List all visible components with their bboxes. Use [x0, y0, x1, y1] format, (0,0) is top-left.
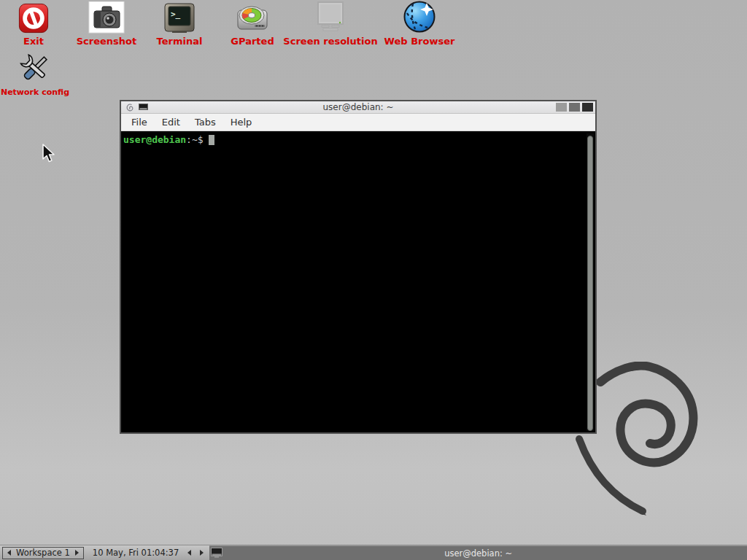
maximize-button[interactable]	[569, 103, 580, 112]
crt-terminal-icon: >_	[163, 1, 196, 34]
scrollbar-thumb[interactable]	[587, 136, 593, 431]
terminal-menubar: File Edit Tabs Help	[121, 114, 595, 131]
task-prev-icon[interactable]	[187, 550, 191, 556]
desktop-icon-label: Web Browser	[384, 36, 455, 47]
menu-tabs[interactable]: Tabs	[187, 117, 223, 128]
terminal-cursor	[209, 135, 214, 145]
terminal-window: user@debian: ~ File Edit Tabs Help user@…	[120, 100, 597, 434]
camera-icon	[88, 1, 125, 34]
desktop-icon-label: Screen resolution	[283, 36, 377, 47]
crossed-tools-icon	[18, 52, 52, 85]
debian-desktop: { "desktop": { "label_color": "#d60000",…	[0, 0, 747, 560]
menu-help[interactable]: Help	[223, 117, 260, 128]
taskbar: Workspace 1 10 May, Fri 01:04:37 user@de…	[0, 545, 747, 560]
mouse-cursor	[42, 144, 58, 164]
window-titlebar[interactable]: user@debian: ~	[121, 101, 595, 114]
workspace-prev-icon[interactable]	[7, 550, 11, 556]
menu-file[interactable]: File	[124, 117, 155, 128]
desktop-icon-screenshot[interactable]: Screenshot	[74, 1, 139, 47]
taskbar-clock: 10 May, Fri 01:04:37	[93, 548, 179, 558]
disk-partition-icon	[236, 1, 269, 34]
workspace-next-icon[interactable]	[75, 550, 79, 556]
terminal-screen[interactable]: user@debian:~$	[121, 131, 595, 432]
taskbar-window-button[interactable]: user@debian: ~	[209, 545, 747, 560]
desktop-icon-gparted[interactable]: GParted	[221, 1, 284, 47]
terminal-scrollbar[interactable]	[587, 133, 594, 431]
desktop-icon-web-browser[interactable]: Web Browser	[377, 1, 462, 47]
globe-icon	[403, 1, 436, 34]
desktop-icon-label: Exit	[23, 36, 44, 47]
prompt-path: :~$	[186, 134, 203, 145]
menu-edit[interactable]: Edit	[155, 117, 187, 128]
workspace-label: Workspace 1	[16, 548, 70, 558]
desktop-icon-label: GParted	[231, 36, 274, 47]
window-title: user@debian: ~	[121, 102, 595, 112]
prompt-user: user@debian	[123, 134, 186, 145]
desktop-icon-label: Network config	[1, 88, 69, 98]
close-button[interactable]	[582, 103, 593, 112]
desktop-icon-network-config[interactable]: Network config	[1, 52, 69, 98]
taskbar-window-label: user@debian: ~	[444, 548, 512, 559]
pale-monitor-icon	[313, 1, 348, 34]
power-icon	[18, 1, 49, 34]
workspace-pager[interactable]: Workspace 1	[2, 547, 84, 559]
desktop-icon-exit[interactable]: Exit	[4, 1, 63, 47]
desktop-icon-screen-resolution[interactable]: Screen resolution	[284, 1, 377, 47]
terminal-window-icon	[211, 548, 222, 559]
desktop-icon-label: Terminal	[157, 36, 203, 47]
desktop-icon-terminal[interactable]: >_ Terminal	[147, 1, 212, 47]
minimize-button[interactable]	[556, 103, 567, 112]
desktop-icon-label: Screenshot	[77, 36, 137, 47]
svg-text:>_: >_	[171, 9, 181, 19]
task-next-icon[interactable]	[200, 550, 204, 556]
